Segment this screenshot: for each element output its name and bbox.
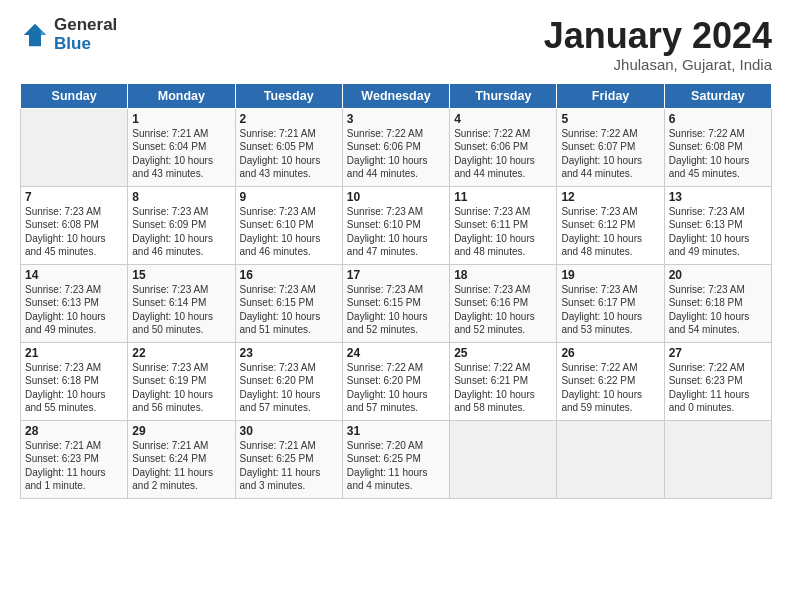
day-info: Sunrise: 7:22 AMSunset: 6:22 PMDaylight:… <box>561 361 659 415</box>
calendar-location: Jhulasan, Gujarat, India <box>544 56 772 73</box>
day-number: 4 <box>454 112 552 126</box>
title-block: January 2024 Jhulasan, Gujarat, India <box>544 16 772 73</box>
day-info: Sunrise: 7:23 AMSunset: 6:15 PMDaylight:… <box>240 283 338 337</box>
day-info: Sunrise: 7:23 AMSunset: 6:17 PMDaylight:… <box>561 283 659 337</box>
calendar-cell: 13Sunrise: 7:23 AMSunset: 6:13 PMDayligh… <box>664 186 771 264</box>
calendar-cell: 28Sunrise: 7:21 AMSunset: 6:23 PMDayligh… <box>21 420 128 498</box>
page: General Blue January 2024 Jhulasan, Guja… <box>0 0 792 612</box>
day-info: Sunrise: 7:21 AMSunset: 6:04 PMDaylight:… <box>132 127 230 181</box>
calendar-cell <box>664 420 771 498</box>
day-info: Sunrise: 7:21 AMSunset: 6:05 PMDaylight:… <box>240 127 338 181</box>
day-info: Sunrise: 7:23 AMSunset: 6:18 PMDaylight:… <box>25 361 123 415</box>
day-number: 18 <box>454 268 552 282</box>
days-header-row: SundayMondayTuesdayWednesdayThursdayFrid… <box>21 83 772 108</box>
day-info: Sunrise: 7:23 AMSunset: 6:10 PMDaylight:… <box>240 205 338 259</box>
calendar-cell: 8Sunrise: 7:23 AMSunset: 6:09 PMDaylight… <box>128 186 235 264</box>
calendar-cell <box>21 108 128 186</box>
day-info: Sunrise: 7:23 AMSunset: 6:15 PMDaylight:… <box>347 283 445 337</box>
calendar-cell: 26Sunrise: 7:22 AMSunset: 6:22 PMDayligh… <box>557 342 664 420</box>
day-info: Sunrise: 7:23 AMSunset: 6:16 PMDaylight:… <box>454 283 552 337</box>
day-info: Sunrise: 7:23 AMSunset: 6:13 PMDaylight:… <box>669 205 767 259</box>
day-info: Sunrise: 7:23 AMSunset: 6:08 PMDaylight:… <box>25 205 123 259</box>
day-info: Sunrise: 7:21 AMSunset: 6:25 PMDaylight:… <box>240 439 338 493</box>
day-info: Sunrise: 7:23 AMSunset: 6:12 PMDaylight:… <box>561 205 659 259</box>
logo-text: General Blue <box>54 16 117 53</box>
day-number: 19 <box>561 268 659 282</box>
day-number: 15 <box>132 268 230 282</box>
day-header-thursday: Thursday <box>450 83 557 108</box>
logo-icon <box>20 20 50 50</box>
calendar-cell: 27Sunrise: 7:22 AMSunset: 6:23 PMDayligh… <box>664 342 771 420</box>
day-number: 1 <box>132 112 230 126</box>
week-row-3: 14Sunrise: 7:23 AMSunset: 6:13 PMDayligh… <box>21 264 772 342</box>
day-info: Sunrise: 7:23 AMSunset: 6:14 PMDaylight:… <box>132 283 230 337</box>
calendar-cell: 29Sunrise: 7:21 AMSunset: 6:24 PMDayligh… <box>128 420 235 498</box>
calendar-cell: 21Sunrise: 7:23 AMSunset: 6:18 PMDayligh… <box>21 342 128 420</box>
calendar-cell: 4Sunrise: 7:22 AMSunset: 6:06 PMDaylight… <box>450 108 557 186</box>
day-info: Sunrise: 7:23 AMSunset: 6:20 PMDaylight:… <box>240 361 338 415</box>
calendar-cell: 2Sunrise: 7:21 AMSunset: 6:05 PMDaylight… <box>235 108 342 186</box>
day-number: 9 <box>240 190 338 204</box>
day-number: 8 <box>132 190 230 204</box>
day-header-monday: Monday <box>128 83 235 108</box>
day-number: 6 <box>669 112 767 126</box>
day-number: 25 <box>454 346 552 360</box>
day-number: 23 <box>240 346 338 360</box>
calendar-cell: 11Sunrise: 7:23 AMSunset: 6:11 PMDayligh… <box>450 186 557 264</box>
day-number: 2 <box>240 112 338 126</box>
day-info: Sunrise: 7:21 AMSunset: 6:23 PMDaylight:… <box>25 439 123 493</box>
day-info: Sunrise: 7:22 AMSunset: 6:07 PMDaylight:… <box>561 127 659 181</box>
day-number: 28 <box>25 424 123 438</box>
calendar-cell: 20Sunrise: 7:23 AMSunset: 6:18 PMDayligh… <box>664 264 771 342</box>
day-header-saturday: Saturday <box>664 83 771 108</box>
logo-blue-text: Blue <box>54 35 117 54</box>
calendar-cell: 1Sunrise: 7:21 AMSunset: 6:04 PMDaylight… <box>128 108 235 186</box>
calendar-cell <box>557 420 664 498</box>
day-number: 12 <box>561 190 659 204</box>
calendar-cell: 25Sunrise: 7:22 AMSunset: 6:21 PMDayligh… <box>450 342 557 420</box>
day-number: 17 <box>347 268 445 282</box>
week-row-4: 21Sunrise: 7:23 AMSunset: 6:18 PMDayligh… <box>21 342 772 420</box>
day-info: Sunrise: 7:22 AMSunset: 6:06 PMDaylight:… <box>454 127 552 181</box>
calendar-cell <box>450 420 557 498</box>
calendar-cell: 10Sunrise: 7:23 AMSunset: 6:10 PMDayligh… <box>342 186 449 264</box>
day-number: 20 <box>669 268 767 282</box>
day-number: 16 <box>240 268 338 282</box>
day-number: 31 <box>347 424 445 438</box>
day-number: 13 <box>669 190 767 204</box>
week-row-2: 7Sunrise: 7:23 AMSunset: 6:08 PMDaylight… <box>21 186 772 264</box>
day-info: Sunrise: 7:22 AMSunset: 6:23 PMDaylight:… <box>669 361 767 415</box>
calendar-cell: 17Sunrise: 7:23 AMSunset: 6:15 PMDayligh… <box>342 264 449 342</box>
calendar-cell: 22Sunrise: 7:23 AMSunset: 6:19 PMDayligh… <box>128 342 235 420</box>
calendar-cell: 9Sunrise: 7:23 AMSunset: 6:10 PMDaylight… <box>235 186 342 264</box>
calendar-cell: 16Sunrise: 7:23 AMSunset: 6:15 PMDayligh… <box>235 264 342 342</box>
day-number: 14 <box>25 268 123 282</box>
day-header-wednesday: Wednesday <box>342 83 449 108</box>
day-info: Sunrise: 7:22 AMSunset: 6:20 PMDaylight:… <box>347 361 445 415</box>
calendar-cell: 19Sunrise: 7:23 AMSunset: 6:17 PMDayligh… <box>557 264 664 342</box>
calendar-title: January 2024 <box>544 16 772 56</box>
day-info: Sunrise: 7:21 AMSunset: 6:24 PMDaylight:… <box>132 439 230 493</box>
logo-general-text: General <box>54 16 117 35</box>
week-row-1: 1Sunrise: 7:21 AMSunset: 6:04 PMDaylight… <box>21 108 772 186</box>
day-number: 10 <box>347 190 445 204</box>
calendar-cell: 6Sunrise: 7:22 AMSunset: 6:08 PMDaylight… <box>664 108 771 186</box>
day-number: 5 <box>561 112 659 126</box>
calendar-cell: 24Sunrise: 7:22 AMSunset: 6:20 PMDayligh… <box>342 342 449 420</box>
day-info: Sunrise: 7:23 AMSunset: 6:10 PMDaylight:… <box>347 205 445 259</box>
day-info: Sunrise: 7:23 AMSunset: 6:19 PMDaylight:… <box>132 361 230 415</box>
day-info: Sunrise: 7:23 AMSunset: 6:18 PMDaylight:… <box>669 283 767 337</box>
day-info: Sunrise: 7:22 AMSunset: 6:06 PMDaylight:… <box>347 127 445 181</box>
day-info: Sunrise: 7:20 AMSunset: 6:25 PMDaylight:… <box>347 439 445 493</box>
week-row-5: 28Sunrise: 7:21 AMSunset: 6:23 PMDayligh… <box>21 420 772 498</box>
day-number: 22 <box>132 346 230 360</box>
day-info: Sunrise: 7:22 AMSunset: 6:08 PMDaylight:… <box>669 127 767 181</box>
calendar-cell: 23Sunrise: 7:23 AMSunset: 6:20 PMDayligh… <box>235 342 342 420</box>
logo: General Blue <box>20 16 117 53</box>
calendar-cell: 12Sunrise: 7:23 AMSunset: 6:12 PMDayligh… <box>557 186 664 264</box>
calendar-cell: 14Sunrise: 7:23 AMSunset: 6:13 PMDayligh… <box>21 264 128 342</box>
day-number: 21 <box>25 346 123 360</box>
calendar-cell: 5Sunrise: 7:22 AMSunset: 6:07 PMDaylight… <box>557 108 664 186</box>
day-header-tuesday: Tuesday <box>235 83 342 108</box>
header: General Blue January 2024 Jhulasan, Guja… <box>20 16 772 73</box>
